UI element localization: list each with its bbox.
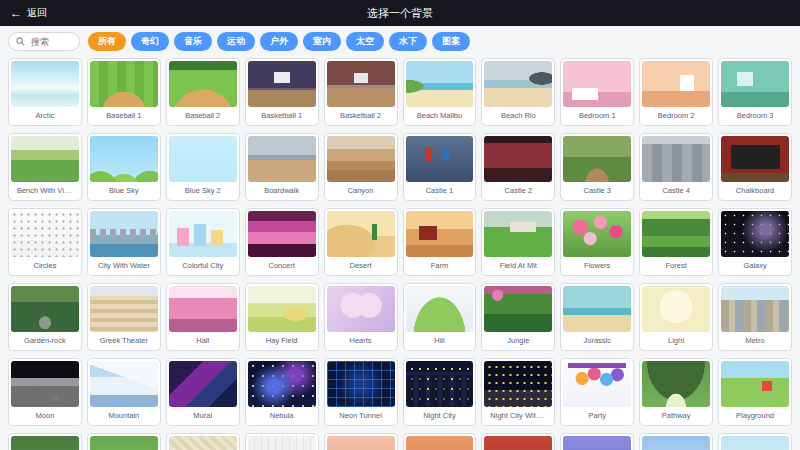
backdrop-thumbnail bbox=[90, 286, 158, 332]
backdrop-card[interactable]: Baseball 1 bbox=[87, 58, 161, 126]
backdrop-card[interactable]: Hill bbox=[403, 283, 477, 351]
backdrop-name: Basketball 1 bbox=[260, 107, 303, 123]
backdrop-card[interactable]: City With Water bbox=[87, 208, 161, 276]
backdrop-card[interactable]: Boardwalk bbox=[245, 133, 319, 201]
backdrop-card[interactable]: Canyon bbox=[324, 133, 398, 201]
backdrop-card[interactable]: Castle 3 bbox=[560, 133, 634, 201]
back-button[interactable]: ← 返回 bbox=[0, 0, 57, 26]
filter-tag[interactable]: 音乐 bbox=[174, 32, 212, 51]
backdrop-card[interactable]: Castle 4 bbox=[639, 133, 713, 201]
backdrop-card[interactable]: Beach Rio bbox=[481, 58, 555, 126]
backdrop-name: Castle 3 bbox=[582, 182, 612, 198]
backdrop-card[interactable]: Desert bbox=[324, 208, 398, 276]
backdrop-card[interactable]: Chalkboard bbox=[718, 133, 792, 201]
filter-tag[interactable]: 户外 bbox=[260, 32, 298, 51]
backdrop-name: Bedroom 1 bbox=[578, 107, 617, 123]
backdrop-card[interactable]: Mural bbox=[166, 358, 240, 426]
backdrop-card[interactable]: Bedroom 3 bbox=[718, 58, 792, 126]
backdrop-thumbnail bbox=[406, 436, 474, 450]
backdrop-card[interactable]: Basketball 2 bbox=[324, 58, 398, 126]
backdrop-card[interactable]: Night City With Street bbox=[481, 358, 555, 426]
backdrop-card[interactable]: Circles bbox=[8, 208, 82, 276]
backdrop-card[interactable] bbox=[166, 433, 240, 450]
filter-tag[interactable]: 所有 bbox=[88, 32, 126, 51]
backdrop-thumbnail bbox=[11, 61, 79, 107]
backdrop-card[interactable] bbox=[245, 433, 319, 450]
backdrop-name: Farm bbox=[430, 257, 450, 273]
backdrop-card[interactable]: Hall bbox=[166, 283, 240, 351]
filter-tag[interactable]: 室内 bbox=[303, 32, 341, 51]
backdrop-thumbnail bbox=[484, 211, 552, 257]
backdrop-thumbnail bbox=[248, 286, 316, 332]
backdrop-card[interactable]: Nebula bbox=[245, 358, 319, 426]
backdrop-card[interactable]: Concert bbox=[245, 208, 319, 276]
backdrop-card[interactable]: Blue Sky 2 bbox=[166, 133, 240, 201]
backdrop-card[interactable]: Party bbox=[560, 358, 634, 426]
backdrop-card[interactable] bbox=[8, 433, 82, 450]
backdrop-card[interactable]: Bedroom 1 bbox=[560, 58, 634, 126]
backdrop-thumbnail bbox=[484, 286, 552, 332]
backdrop-name: Flowers bbox=[583, 257, 611, 273]
backdrop-card[interactable]: Arctic bbox=[8, 58, 82, 126]
backdrop-card[interactable]: Blue Sky bbox=[87, 133, 161, 201]
backdrop-card[interactable]: Baseball 2 bbox=[166, 58, 240, 126]
backdrop-card[interactable]: Pathway bbox=[639, 358, 713, 426]
backdrop-card[interactable]: Garden-rock bbox=[8, 283, 82, 351]
backdrop-card[interactable]: Night City bbox=[403, 358, 477, 426]
search-input[interactable] bbox=[29, 36, 72, 48]
backdrop-card[interactable] bbox=[324, 433, 398, 450]
backdrop-card[interactable] bbox=[718, 433, 792, 450]
backdrop-card[interactable]: Metro bbox=[718, 283, 792, 351]
backdrop-name: Night City bbox=[422, 407, 457, 423]
backdrop-thumbnail bbox=[327, 211, 395, 257]
backdrop-card[interactable]: Basketball 1 bbox=[245, 58, 319, 126]
backdrop-card[interactable]: Castle 2 bbox=[481, 133, 555, 201]
filter-tag[interactable]: 太空 bbox=[346, 32, 384, 51]
filter-tag[interactable]: 运动 bbox=[217, 32, 255, 51]
backdrop-card[interactable] bbox=[560, 433, 634, 450]
backdrop-card[interactable]: Jungle bbox=[481, 283, 555, 351]
backdrop-card[interactable]: Mountain bbox=[87, 358, 161, 426]
backdrop-card[interactable]: Playground bbox=[718, 358, 792, 426]
filter-tag[interactable]: 奇幻 bbox=[131, 32, 169, 51]
backdrop-thumbnail bbox=[248, 136, 316, 182]
backdrop-card[interactable] bbox=[87, 433, 161, 450]
backdrop-name: Arctic bbox=[35, 107, 56, 123]
backdrop-thumbnail bbox=[484, 136, 552, 182]
backdrop-thumbnail bbox=[11, 436, 79, 450]
backdrop-thumbnail bbox=[406, 286, 474, 332]
backdrop-name: Greek Theater bbox=[99, 332, 149, 348]
backdrop-card[interactable]: Galaxy bbox=[718, 208, 792, 276]
backdrop-card[interactable] bbox=[481, 433, 555, 450]
backdrop-card[interactable]: Forest bbox=[639, 208, 713, 276]
backdrop-card[interactable] bbox=[639, 433, 713, 450]
backdrop-card[interactable]: Jurassic bbox=[560, 283, 634, 351]
backdrop-card[interactable]: Light bbox=[639, 283, 713, 351]
backdrop-card[interactable]: Field At Mit bbox=[481, 208, 555, 276]
backdrop-name: Castle 2 bbox=[504, 182, 534, 198]
backdrop-card[interactable]: Greek Theater bbox=[87, 283, 161, 351]
backdrop-name: Boardwalk bbox=[263, 182, 300, 198]
backdrop-card[interactable] bbox=[403, 433, 477, 450]
filter-tag[interactable]: 水下 bbox=[389, 32, 427, 51]
filter-tag[interactable]: 图案 bbox=[432, 32, 470, 51]
backdrop-card[interactable]: Farm bbox=[403, 208, 477, 276]
backdrop-name: Hall bbox=[195, 332, 210, 348]
backdrop-card[interactable]: Castle 1 bbox=[403, 133, 477, 201]
backdrop-name: Circles bbox=[32, 257, 57, 273]
search-box[interactable] bbox=[8, 32, 80, 51]
backdrop-thumbnail bbox=[11, 361, 79, 407]
backdrop-card[interactable]: Moon bbox=[8, 358, 82, 426]
backdrop-card[interactable]: Bench With View bbox=[8, 133, 82, 201]
backdrop-name: Concert bbox=[268, 257, 296, 273]
backdrop-card[interactable]: Hay Field bbox=[245, 283, 319, 351]
backdrop-card[interactable]: Neon Tunnel bbox=[324, 358, 398, 426]
backdrop-card[interactable]: Colorful City bbox=[166, 208, 240, 276]
backdrop-card[interactable]: Hearts bbox=[324, 283, 398, 351]
backdrop-thumbnail bbox=[169, 361, 237, 407]
backdrop-thumbnail bbox=[169, 436, 237, 450]
backdrop-thumbnail bbox=[11, 136, 79, 182]
backdrop-card[interactable]: Bedroom 2 bbox=[639, 58, 713, 126]
backdrop-card[interactable]: Beach Malibu bbox=[403, 58, 477, 126]
backdrop-card[interactable]: Flowers bbox=[560, 208, 634, 276]
